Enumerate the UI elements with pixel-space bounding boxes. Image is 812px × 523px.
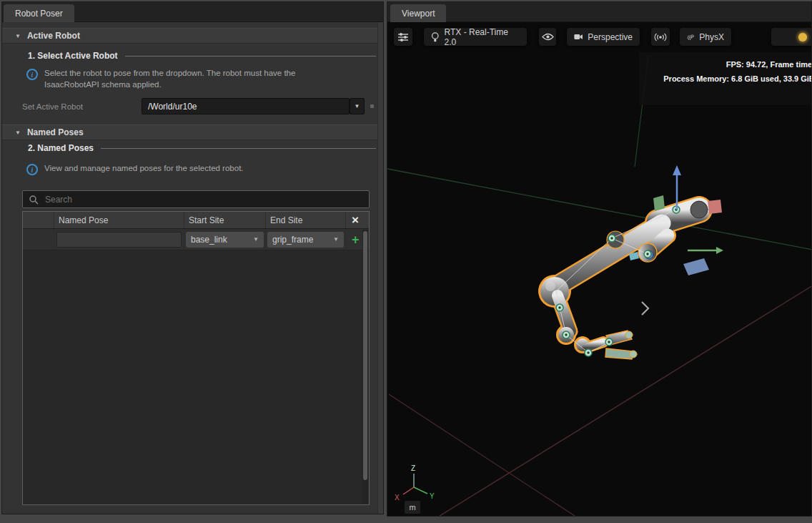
active-robot-dropdown-button[interactable]: ▼ (350, 98, 365, 114)
robot-poser-body: ▼ Active Robot 1. Select Active Robot i … (2, 22, 383, 514)
tab-viewport[interactable]: Viewport (390, 4, 446, 22)
step-title: 2. Named Poses (28, 143, 94, 153)
camera-button[interactable]: Perspective (567, 28, 640, 46)
named-poses-info: i View and manage named poses for the se… (26, 163, 312, 175)
plane-handle-blue (683, 258, 709, 275)
stats-fps-line: FPS: 94.72, Frame time: 1 (648, 57, 811, 72)
tab-viewport-label: Viewport (402, 9, 435, 19)
base-cap (690, 201, 708, 218)
sliders-icon (397, 32, 409, 42)
gears-icon (687, 32, 694, 42)
stats-memory-line: Process Memory: 6.8 GiB used, 33.9 GiB a (648, 72, 811, 86)
viewport-content: Z Y X RTX - Real (387, 22, 811, 516)
row-named-pose-cell (54, 229, 184, 250)
lightbulb-icon (431, 31, 440, 43)
table-scrollbar (362, 230, 368, 504)
row-select-cell (23, 229, 54, 250)
robot-poser-panel: Robot Poser ▼ Active Robot 1. Select Act… (1, 1, 384, 514)
section-active-robot-label: Active Robot (27, 31, 80, 41)
end-site-dropdown[interactable]: grip_frame ▼ (267, 232, 344, 248)
set-active-robot-label: Set Active Robot (22, 102, 83, 111)
waypoint-icon (654, 33, 667, 41)
camera-icon (574, 33, 583, 41)
axis-label-y: Y (430, 492, 435, 500)
clear-rows-button[interactable]: × (352, 214, 359, 226)
collapse-icon: ▼ (15, 129, 21, 136)
step-named-poses: 2. Named Poses (28, 143, 376, 153)
divider-line (101, 148, 376, 149)
step-title: 1. Select Active Robot (28, 51, 118, 61)
ground-grid (387, 55, 811, 516)
eye-icon (542, 33, 554, 41)
search-input[interactable] (44, 194, 363, 205)
waypoint-button[interactable] (651, 28, 670, 46)
axis-gizmo[interactable]: Z Y X (395, 464, 435, 502)
section-active-robot[interactable]: ▼ Active Robot (2, 28, 377, 44)
robot-poser-tabbar: Robot Poser (2, 2, 383, 22)
tab-robot-poser[interactable]: Robot Poser (4, 4, 74, 22)
plane-handle-red (708, 200, 722, 214)
renderer-label: RTX - Real-Time 2.0 (445, 27, 520, 47)
physx-label: PhysX (699, 32, 724, 42)
gripper-finger-bottom (605, 348, 633, 359)
dropdown-arrow-icon: ▼ (333, 236, 339, 243)
row-end-site-cell: grip_frame ▼ (266, 229, 346, 250)
named-poses-table: Named Pose Start Site End Site × base_li… (22, 211, 370, 505)
end-site-value: grip_frame (272, 235, 313, 245)
pose-search-box (22, 190, 370, 208)
viewport-panel: Viewport (387, 1, 812, 517)
app-window: Robot Poser ▼ Active Robot 1. Select Act… (0, 0, 812, 523)
active-robot-path-field[interactable] (142, 98, 350, 114)
axis-label-z: Z (411, 464, 415, 472)
info-icon: i (26, 164, 38, 175)
performance-stats-overlay: FPS: 94.72, Frame time: 1 Process Memory… (639, 52, 811, 105)
stage-lights-button[interactable]: Stag (771, 28, 811, 46)
header-start-site: Start Site (184, 212, 266, 228)
panel-scrollbar-gutter[interactable] (377, 22, 383, 514)
expand-chevron-icon[interactable] (642, 302, 648, 315)
renderer-button[interactable]: RTX - Real-Time 2.0 (424, 28, 527, 46)
dropdown-arrow-icon: ▼ (253, 236, 259, 243)
tab-robot-poser-label: Robot Poser (15, 9, 63, 19)
table-row: base_link ▼ grip_frame ▼ + (23, 229, 369, 250)
header-end-site: End Site (266, 212, 346, 228)
start-site-value: base_link (191, 235, 227, 245)
table-scrollbar-thumb[interactable] (363, 231, 367, 480)
search-icon (29, 195, 39, 205)
header-named-pose: Named Pose (54, 212, 184, 228)
physx-button[interactable]: PhysX (680, 28, 731, 46)
default-value-indicator[interactable] (370, 104, 374, 108)
section-named-poses-label: Named Poses (27, 127, 84, 137)
viewport-tabbar: Viewport (387, 2, 811, 22)
viewport-toolbar: RTX - Real-Time 2.0 Perspective (387, 28, 811, 46)
active-robot-info: i Select the robot to pose from the drop… (26, 68, 312, 90)
viewport-settings-button[interactable] (394, 28, 412, 46)
step-select-active-robot: 1. Select Active Robot (28, 51, 376, 61)
stats-gpu-line: 6 (648, 86, 811, 100)
section-named-poses[interactable]: ▼ Named Poses (2, 124, 377, 140)
add-pose-button[interactable]: + (352, 233, 360, 246)
collapse-icon: ▼ (15, 33, 21, 39)
sun-icon (798, 33, 807, 41)
named-pose-input[interactable] (56, 232, 182, 248)
info-icon: i (26, 69, 38, 80)
header-actions: × (346, 212, 369, 228)
scene-unit-label: m (405, 501, 420, 514)
header-select-column (23, 212, 54, 228)
row-start-site-cell: base_link ▼ (184, 229, 266, 250)
dropdown-arrow-icon: ▼ (355, 103, 360, 109)
visibility-button[interactable] (539, 28, 556, 46)
named-poses-info-text: View and manage named poses for the sele… (44, 163, 244, 175)
active-robot-info-text: Select the robot to pose from the dropdo… (44, 68, 312, 90)
table-header-row: Named Pose Start Site End Site × (23, 212, 369, 229)
camera-label: Perspective (588, 32, 633, 42)
start-site-dropdown[interactable]: base_link ▼ (186, 232, 264, 248)
divider-line (125, 56, 376, 57)
axis-label-x: X (395, 494, 400, 502)
